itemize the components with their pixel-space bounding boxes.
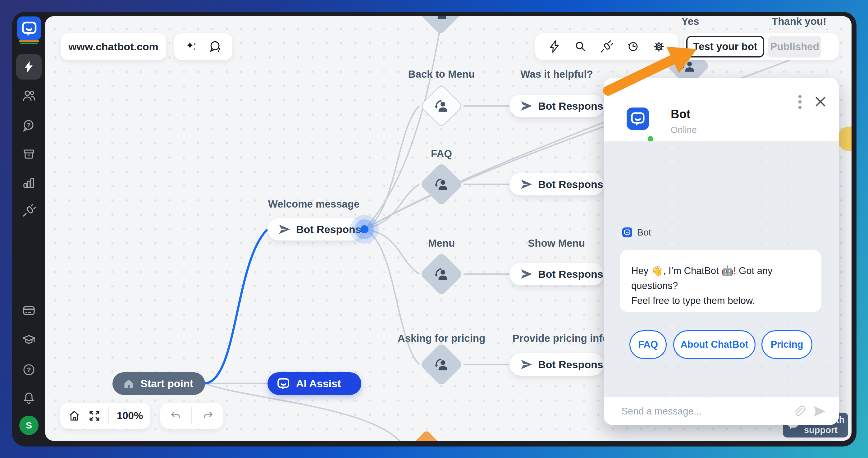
quick-reply-pricing[interactable]: Pricing [762,330,812,359]
message-sender-name: Bot [637,227,651,238]
archive-icon [22,147,36,161]
message-sender-row: Bot [622,227,651,238]
home-view-icon[interactable] [68,409,81,422]
kebab-menu-icon[interactable] [794,94,806,110]
graduation-cap-icon [22,332,36,347]
help-circle-icon: ? [22,362,36,377]
builder-toolbar [535,33,678,60]
chat-logo-icon [624,229,631,236]
user-input-icon [433,97,450,115]
bot-mini-avatar [622,227,632,237]
logo-stack-orange [19,40,39,42]
sidebar-item-users[interactable] [22,88,36,103]
sparkles-icon[interactable] [185,40,198,54]
user-input-icon [432,16,449,22]
chat-test-widget: Bot Online Bot Hey 👋, I’m ChatBot 🤖! Got… [603,78,839,425]
send-icon [520,358,532,371]
fit-view-icon[interactable] [88,409,101,422]
credit-card-icon [22,303,36,318]
sidebar-item-integrations[interactable] [22,203,36,218]
home-icon [123,378,134,389]
widget-conversation: Bot Hey 👋, I’m ChatBot 🤖! Got any questi… [603,142,839,397]
chat-question-icon[interactable]: ? [209,40,222,54]
widget-bot-name: Bot [671,108,690,121]
bot-message-bubble: Hey 👋, I’m ChatBot 🤖! Got any questions?… [620,250,822,312]
flow-canvas[interactable]: Yes Thank you! Welcome message Bot Respo… [45,16,851,441]
node-title: AI Assist [296,377,341,390]
node-title: Bot Response [538,359,609,371]
node-label-faq: FAQ [379,148,504,160]
node-label-welcome-message: Welcome message [252,198,376,210]
user-avatar[interactable]: S [19,416,38,435]
sidebar-item-help[interactable]: ? [22,362,36,377]
active-edge [205,229,268,384]
message-input[interactable] [621,406,792,417]
bot-url-button[interactable]: www.chatbot.com [61,33,166,60]
plug-icon [22,203,36,218]
published-badge[interactable]: Published [768,36,821,58]
sidebar-item-academy[interactable] [22,332,36,347]
node-title: Bot Response [538,178,609,190]
test-your-bot-button[interactable]: Test your bot [686,36,764,58]
sidebar-item-reports[interactable] [22,176,36,190]
svg-text:?: ? [217,47,220,53]
sidebar-item-archive[interactable] [22,147,36,161]
search-icon[interactable] [574,40,587,54]
plug-icon[interactable] [600,40,614,54]
node-label-was-it-helpful: Was it helpful? [520,68,594,80]
sidebar-item-flows-active[interactable] [16,54,42,80]
quick-reply-faq[interactable]: FAQ [629,330,667,359]
lightning-icon[interactable] [548,40,561,54]
ai-tools-toolbar: ? [174,33,232,60]
svg-text:?: ? [27,122,30,129]
canvas-zoom-controls: 100% [60,403,150,429]
widget-input-bar [603,397,839,425]
bot-message-line1: Hey 👋, I’m ChatBot 🤖! Got any questions? [631,264,810,293]
ai-assist-node[interactable]: AI Assist [268,372,361,395]
close-icon[interactable] [814,95,827,108]
start-point-node[interactable]: Start point [113,372,205,395]
divider [191,407,192,424]
gear-icon[interactable] [652,40,666,54]
zoom-level[interactable]: 100% [117,410,143,422]
svg-text:?: ? [27,366,31,374]
bot-response-node-show-menu[interactable]: Bot Response [509,263,604,285]
widget-online-status: Online [671,125,697,135]
connector-handle[interactable] [360,225,368,233]
chat-logo-icon [277,377,290,390]
sidebar-item-billing[interactable] [22,303,36,318]
bot-response-node-helpful[interactable]: Bot Response [509,95,604,117]
send-icon [520,100,532,112]
send-icon [520,178,532,190]
node-label-back-to-menu: Back to Menu [379,68,504,80]
node-title: Bot Response [538,268,609,280]
bot-response-node-pricing[interactable]: Bot Response [509,353,604,376]
history-icon[interactable] [626,40,640,54]
chatbot-logo[interactable] [17,17,41,40]
node-label-thank-you: Thank you! [768,16,830,27]
attachment-icon[interactable] [792,404,806,419]
node-title: Bot Response [538,100,609,112]
bot-response-node-faq[interactable]: Bot Response [509,173,604,195]
user-input-icon [433,356,450,373]
logo-stack-green [20,42,38,44]
chat-question-icon: ? [22,118,36,133]
chat-logo-icon [21,21,37,37]
app-window: ? ? S [0,0,868,458]
bot-response-node-welcome[interactable]: Bot Response [268,218,362,241]
send-icon [278,223,290,236]
user-input-icon [433,265,450,283]
bell-icon [22,391,36,405]
bot-avatar [627,108,649,130]
send-icon [520,268,532,280]
node-title: Start point [141,377,193,390]
sidebar-item-chats[interactable]: ? [22,118,36,133]
node-label-show-menu: Show Menu [519,237,594,249]
undo-icon[interactable] [169,409,182,422]
redo-icon[interactable] [201,409,214,422]
bar-chart-icon [22,176,36,190]
widget-header: Bot Online [603,78,839,142]
sidebar-item-notifications[interactable] [22,391,36,405]
send-message-icon[interactable] [812,404,826,419]
quick-reply-about-chatbot[interactable]: About ChatBot [673,330,755,359]
